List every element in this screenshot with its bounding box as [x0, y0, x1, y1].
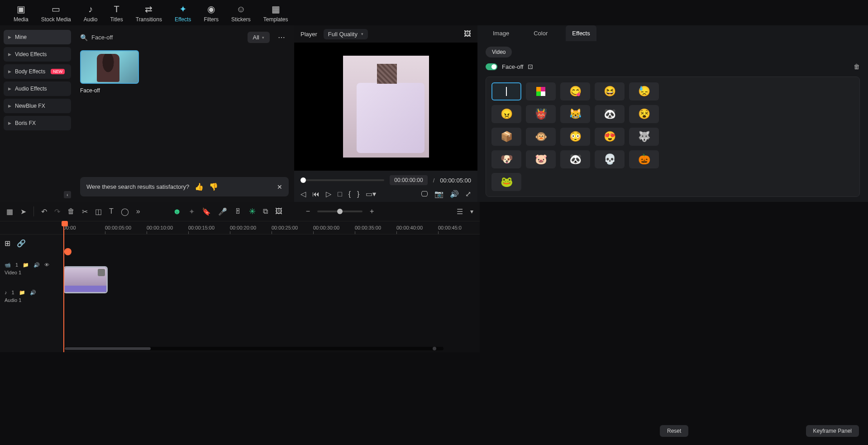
collapse-sidebar-button[interactable]: ‹: [64, 191, 71, 198]
preset-emoji[interactable]: 🐶: [491, 150, 521, 168]
fullscreen-button[interactable]: ⤢: [465, 190, 471, 198]
nav-audio[interactable]: ♪Audio: [84, 4, 98, 23]
nav-stickers[interactable]: ☺Stickers: [231, 4, 251, 23]
preset-emoji[interactable]: 😍: [595, 128, 625, 146]
crop-button[interactable]: ◫: [95, 207, 102, 216]
pointer-tool-icon[interactable]: ➤: [20, 207, 26, 216]
sidebar-item-mine[interactable]: ▶Mine: [4, 30, 71, 44]
effect-toggle[interactable]: [486, 63, 497, 70]
mark-out-button[interactable]: }: [357, 190, 359, 198]
scrub-knob[interactable]: [300, 177, 306, 183]
preset-emoji[interactable]: 📦: [491, 128, 521, 146]
more-tools-button[interactable]: »: [136, 207, 140, 215]
preset-emoji[interactable]: 🐼: [595, 105, 625, 123]
nav-transitions[interactable]: ⇄Transitions: [136, 4, 162, 23]
split-button[interactable]: ✂: [82, 207, 88, 216]
folder-icon[interactable]: 📁: [23, 262, 29, 268]
voiceover-button[interactable]: 🎤: [218, 207, 227, 216]
tab-color[interactable]: Color: [527, 25, 554, 41]
preset-mosaic[interactable]: [526, 82, 556, 100]
effect-card-faceoff[interactable]: Face-off: [80, 50, 139, 94]
sidebar-item-audio-effects[interactable]: ▶Audio Effects: [4, 81, 71, 96]
thumbs-down-button[interactable]: 👎: [209, 182, 218, 191]
track-link-button[interactable]: 🔗: [17, 239, 26, 248]
nav-effects[interactable]: ✦Effects: [175, 4, 191, 23]
sidebar-item-video-effects[interactable]: ▶Video Effects: [4, 47, 71, 62]
preset-emoji[interactable]: 😠: [491, 105, 521, 123]
zoom-in-button[interactable]: +: [370, 207, 374, 215]
prev-frame-button[interactable]: ◁: [300, 190, 306, 198]
reset-button[interactable]: Reset: [660, 425, 688, 437]
nav-stock-media[interactable]: ▭Stock Media: [41, 4, 71, 23]
preset-emoji[interactable]: 🐺: [629, 128, 659, 146]
delete-button[interactable]: 🗑: [67, 207, 75, 215]
mark-in-button[interactable]: {: [348, 190, 351, 198]
marker-button[interactable]: 🔖: [202, 207, 211, 216]
mute-icon[interactable]: 🔊: [30, 290, 36, 296]
close-feedback-button[interactable]: ✕: [277, 183, 282, 191]
volume-button[interactable]: 🔊: [450, 190, 459, 198]
select-tool-icon[interactable]: ▦: [6, 207, 13, 216]
track-view-dropdown[interactable]: ▾: [470, 208, 473, 215]
sidebar-item-body-effects[interactable]: ▶Body EffectsNEW: [4, 64, 71, 79]
more-button[interactable]: ⋯: [274, 31, 289, 44]
preset-emoji[interactable]: 😵: [629, 105, 659, 123]
timeline-marker[interactable]: [64, 248, 72, 255]
track-insert-button[interactable]: ⊞: [5, 239, 10, 248]
preset-emoji[interactable]: 🐼: [560, 150, 590, 168]
player-viewport[interactable]: [294, 43, 477, 171]
render-button[interactable]: ⧉: [263, 207, 268, 215]
tracks-area[interactable]: [63, 234, 480, 352]
scrollbar-thumb[interactable]: [65, 347, 151, 350]
nav-templates[interactable]: ▦Templates: [263, 4, 288, 23]
subtab-video[interactable]: Video: [486, 47, 512, 57]
preset-emoji[interactable]: 😆: [595, 82, 625, 100]
preset-emoji[interactable]: 🐷: [526, 150, 556, 168]
tab-image[interactable]: Image: [486, 25, 515, 41]
effects-shortcut-icon[interactable]: ✦: [189, 207, 195, 216]
stop-button[interactable]: □: [338, 190, 342, 198]
preset-emoji[interactable]: 🐵: [526, 128, 556, 146]
scrollbar-end[interactable]: [433, 347, 436, 350]
timeline-ruler[interactable]: 00:00 00:00:05:00 00:00:10:00 00:00:15:0…: [0, 221, 480, 234]
snapshot-icon[interactable]: 🖼: [464, 30, 471, 38]
preset-emoji[interactable]: 🐸: [491, 173, 521, 191]
mask-button[interactable]: ◯: [121, 207, 129, 216]
scrub-track[interactable]: [300, 179, 384, 181]
quality-dropdown[interactable]: Full Quality▾: [324, 29, 368, 39]
eye-icon[interactable]: 👁: [44, 262, 49, 268]
preset-emoji[interactable]: 🎃: [629, 150, 659, 168]
preset-emoji[interactable]: 👹: [526, 105, 556, 123]
delete-effect-button[interactable]: 🗑: [854, 63, 860, 70]
play-button[interactable]: ▷: [326, 190, 331, 198]
thumbs-up-button[interactable]: 👍: [195, 182, 204, 191]
sidebar-item-newblue-fx[interactable]: ▶NewBlue FX: [4, 99, 71, 113]
mute-icon[interactable]: 🔊: [33, 262, 40, 268]
nav-media[interactable]: ▣Media: [14, 4, 29, 23]
search-field[interactable]: 🔍 Face-off: [80, 34, 243, 41]
tab-effects[interactable]: Effects: [566, 25, 596, 41]
preset-emoji[interactable]: 💀: [595, 150, 625, 168]
preset-emoji[interactable]: 😋: [560, 82, 590, 100]
step-back-button[interactable]: ⏮: [312, 190, 320, 198]
preset-none[interactable]: [491, 82, 521, 100]
screenshot-button[interactable]: 🖼: [275, 207, 282, 215]
ratio-dropdown[interactable]: ▭▾: [366, 190, 376, 198]
undo-button[interactable]: ↶: [41, 207, 47, 216]
preset-emoji[interactable]: 😹: [560, 105, 590, 123]
text-button[interactable]: T: [109, 207, 114, 215]
playhead[interactable]: [63, 221, 64, 352]
zoom-slider[interactable]: [317, 211, 362, 212]
ai-button[interactable]: ☻: [173, 207, 181, 216]
nav-filters[interactable]: ◉Filters: [204, 4, 219, 23]
sidebar-item-boris-fx[interactable]: ▶Boris FX: [4, 116, 71, 130]
timeline-scrollbar[interactable]: [64, 347, 444, 350]
redo-button[interactable]: ↷: [54, 207, 60, 216]
detach-screen-button[interactable]: 🖵: [421, 190, 428, 198]
audio-mixer-button[interactable]: 🎚: [234, 207, 242, 215]
track-view-button[interactable]: ☰: [457, 207, 463, 216]
preset-emoji[interactable]: 😳: [560, 128, 590, 146]
keyframe-panel-button[interactable]: Keyframe Panel: [806, 425, 859, 437]
folder-icon[interactable]: 📁: [19, 290, 25, 296]
zoom-out-button[interactable]: −: [306, 207, 310, 215]
